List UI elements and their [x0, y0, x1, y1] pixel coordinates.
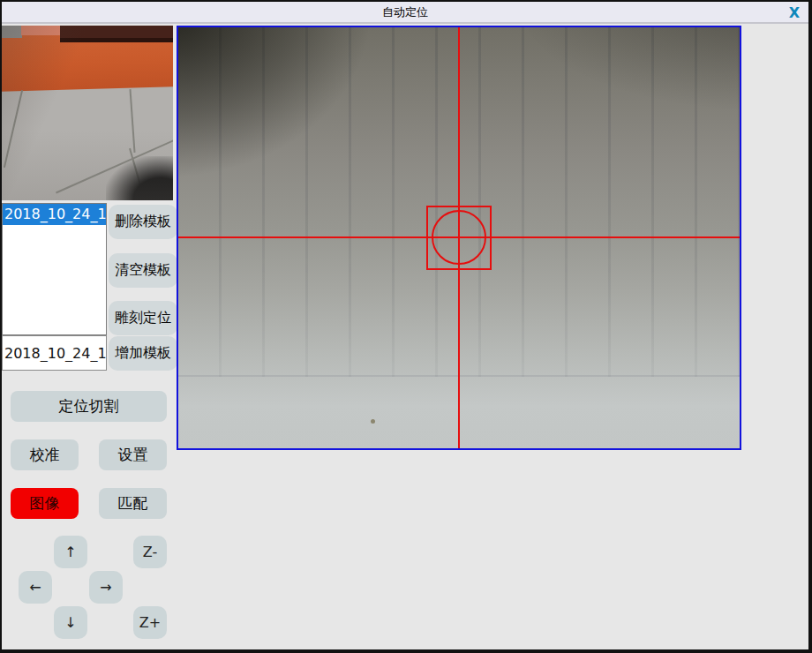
- jog-z-minus-button[interactable]: Z-: [133, 536, 167, 568]
- calibrate-button[interactable]: 校准: [11, 439, 79, 470]
- camera-view[interactable]: [177, 26, 741, 450]
- template-list-item-selected[interactable]: 2018_10_24_11: [3, 204, 106, 225]
- roi-circle-overlay: [432, 210, 486, 265]
- image-button-active[interactable]: 图像: [11, 488, 79, 519]
- delete-template-button[interactable]: 删除模板: [109, 205, 177, 239]
- jog-down-button[interactable]: ↓: [54, 606, 87, 639]
- jog-z-plus-button[interactable]: Z+: [133, 606, 167, 639]
- title-bar: 自动定位 X: [2, 2, 808, 24]
- close-icon[interactable]: X: [785, 4, 804, 22]
- template-thumbnail-image: [2, 26, 173, 200]
- engrave-position-button[interactable]: 雕刻定位: [109, 301, 177, 335]
- dialog-title: 自动定位: [382, 4, 428, 20]
- camera-speck: [371, 419, 375, 424]
- add-template-button[interactable]: 增加模板: [109, 336, 177, 371]
- position-cut-button[interactable]: 定位切割: [11, 391, 167, 422]
- settings-button[interactable]: 设置: [99, 439, 167, 470]
- template-list[interactable]: 2018_10_24_11: [2, 203, 107, 335]
- match-button[interactable]: 匹配: [99, 488, 167, 519]
- clear-templates-button[interactable]: 清空模板: [109, 253, 177, 288]
- auto-position-dialog: 自动定位 X 2018_10_24_11 删除模板 清空模板 雕刻定位 增加模板…: [0, 0, 812, 653]
- thumbnail-shading: [2, 26, 173, 200]
- template-name-input[interactable]: [2, 335, 107, 371]
- jog-up-button[interactable]: ↑: [54, 536, 87, 568]
- jog-right-button[interactable]: →: [89, 571, 123, 604]
- jog-left-button[interactable]: ←: [19, 571, 52, 604]
